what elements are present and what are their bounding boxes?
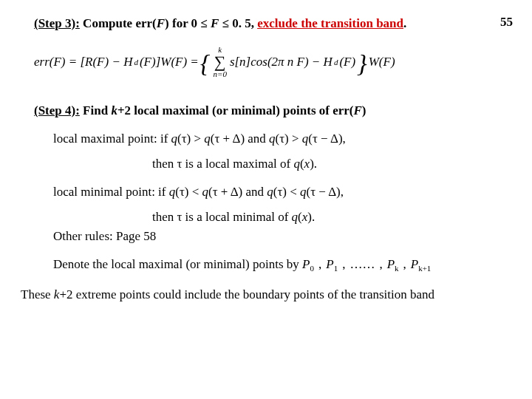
ln-p2: (τ + Δ) and <box>208 185 267 199</box>
final-t1: These <box>21 287 54 301</box>
slide-page: 55 (Step 3): Compute err(F) for 0 ≤ F ≤ … <box>0 0 532 399</box>
Pk-sub: k <box>395 264 399 273</box>
comma2: , <box>379 257 382 272</box>
ln-q4: q <box>300 185 307 199</box>
step3-F: F <box>157 16 165 30</box>
summation-icon: k ∑ n=0 <box>213 46 226 78</box>
P1: P <box>326 257 333 271</box>
lm-q1: q <box>171 132 178 146</box>
page-number: 55 <box>500 15 513 30</box>
lm-p4: (τ − Δ), <box>308 132 346 146</box>
ln-lead: local minimal point: if <box>53 185 169 199</box>
step3-exclude: exclude the transition band <box>257 16 403 30</box>
points-list: P0, P1, ……, Pk, Pk+1 <box>302 257 431 273</box>
sum-lower: n=0 <box>213 70 226 78</box>
local-max-then: then τ is a local maximal of q(x). <box>152 157 505 171</box>
ln-p3: (τ) < <box>273 185 300 199</box>
lm-p2: (τ + Δ) and <box>211 132 269 146</box>
final-line: These k+2 extreme points could include t… <box>21 287 505 302</box>
lm-q2: q <box>204 132 211 146</box>
formula-d1: d <box>134 58 138 66</box>
Pk1-sub: k+1 <box>418 264 431 273</box>
ln-then: then τ is a local minimal of <box>152 210 292 224</box>
local-min-then: then τ is a local minimal of q(x). <box>152 210 505 225</box>
step4-k: k <box>111 103 117 117</box>
Pk: P <box>387 257 395 271</box>
P0: P <box>302 257 310 271</box>
ln-p1: (τ) < <box>175 185 202 199</box>
lm-p1: (τ) > <box>177 132 204 146</box>
lm-qx: q <box>293 157 300 171</box>
ln-q3: q <box>267 185 273 199</box>
err-formula: err(F) = [R(F) − Hd(F)]W(F) = { k ∑ n=0 … <box>34 46 505 78</box>
denote-text: Denote the local maximal (or minimal) po… <box>53 257 299 271</box>
formula-tail: W(F) <box>369 55 395 69</box>
step3-period: . <box>403 16 406 30</box>
step4-t2: +2 local maximal (or minimal) points of … <box>117 103 354 117</box>
lm-q3: q <box>269 132 276 146</box>
ln-q1: q <box>169 185 176 199</box>
Pk1: P <box>411 257 418 271</box>
ln-p4: (τ − Δ), <box>307 185 344 199</box>
step3-label: (Step 3): <box>34 16 80 30</box>
lm-tail2: ). <box>310 157 317 171</box>
ln-tail2: ). <box>307 210 315 224</box>
comma0: , <box>318 257 321 272</box>
other-rules: Other rules: Page 58 <box>53 229 505 244</box>
step3-t3: ≤ 0. 5, <box>219 16 257 30</box>
step3-t2: ) for 0 ≤ <box>165 16 211 30</box>
step4-label: (Step 4): <box>34 103 80 117</box>
step3-heading: (Step 3): Compute err(F) for 0 ≤ F ≤ 0. … <box>34 16 505 31</box>
lm-x: x <box>304 157 310 171</box>
step3-t1: Compute err( <box>80 16 157 30</box>
formula-in1: s[n]cos(2π n F) − H <box>230 55 332 69</box>
lm-then: then τ is a local maximal of <box>152 157 293 171</box>
formula-d2: d <box>334 58 338 66</box>
comma3: , <box>403 257 406 272</box>
ln-qx: q <box>292 210 299 224</box>
step4-F: F <box>353 103 361 117</box>
ln-q2: q <box>202 185 209 199</box>
step4-heading: (Step 4): Find k+2 local maximal (or min… <box>34 103 505 118</box>
dots: …… <box>349 257 375 272</box>
formula-lhs1: err(F) = [R(F) − H <box>34 55 132 69</box>
P0-sub: 0 <box>310 264 314 273</box>
step4-t1: Find <box>80 103 112 117</box>
comma1: , <box>342 257 345 272</box>
formula-lhs2: (F)]W(F) = <box>140 55 199 69</box>
P1-sub: 1 <box>334 264 338 273</box>
local-max-line: local maximal point: if q(τ) > q(τ + Δ) … <box>53 132 505 146</box>
local-min-line: local minimal point: if q(τ) < q(τ + Δ) … <box>53 185 505 200</box>
denote-line: Denote the local maximal (or minimal) po… <box>53 257 505 273</box>
lm-lead: local maximal point: if <box>53 132 171 146</box>
formula-in2: (F) <box>339 55 355 69</box>
lm-p3: (τ) > <box>276 132 302 146</box>
step3-F2: F <box>211 16 219 30</box>
sigma-icon: ∑ <box>214 54 226 70</box>
final-t2: +2 extreme points could include the boun… <box>59 287 434 301</box>
step4-t3: ) <box>362 103 366 117</box>
